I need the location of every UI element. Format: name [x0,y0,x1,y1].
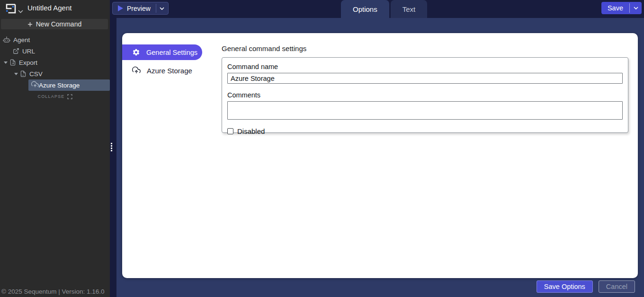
drag-handle-icon[interactable] [111,143,112,151]
plus-icon [27,22,33,27]
sidebar-splitter[interactable] [110,0,116,297]
tab-options[interactable]: Options [341,0,389,18]
sidebar-header: Untitled Agent [0,0,110,17]
collapse-tree-button[interactable]: COLLAPSE [0,92,110,101]
play-icon [118,5,123,11]
command-tree: Agent URL Exp [0,34,110,101]
tree-item-export[interactable]: Export [0,57,110,68]
form-heading: General command settings [222,44,306,52]
tree-item-csv[interactable]: csv CSV [0,68,110,79]
panel-nav-azure-storage[interactable]: Azure Storage [122,63,202,78]
cloud-upload-icon [132,66,141,75]
file-export-icon [9,59,16,66]
panel-nav-label: General Settings [146,49,197,56]
new-command-button[interactable]: New Command [1,19,108,29]
cloud-upload-icon [31,81,39,90]
panel-nav-label: Azure Storage [147,67,192,75]
agent-menu-chevron-icon[interactable] [18,7,23,15]
save-options-button[interactable]: Save Options [537,280,593,293]
gear-icon [132,48,140,56]
collapse-label: COLLAPSE [37,94,64,99]
sequentum-logo-icon [4,2,17,17]
save-split-button[interactable]: Save [601,2,642,14]
tree-item-agent[interactable]: Agent [0,34,110,45]
collapse-icon [67,94,72,99]
caret-down-icon[interactable] [3,60,8,65]
comments-textarea[interactable] [227,101,623,120]
robot-icon [3,36,10,44]
tree-item-label: Azure Storage [39,82,80,89]
tree-item-url[interactable]: URL [0,45,110,57]
save-button[interactable]: Save [601,2,629,14]
version-footer: © 2025 Sequentum | Version: 1.16.0 [1,288,105,295]
preview-split-button[interactable]: Preview [112,2,169,15]
disabled-label: Disabled [237,127,265,135]
tree-item-label: URL [22,48,35,55]
tree-item-azure-storage-selected[interactable]: Azure Storage [28,79,110,91]
tree-item-label: Agent [13,36,30,44]
tree-item-label: Export [19,59,37,66]
preview-button[interactable]: Preview [113,2,156,14]
command-name-label: Command name [227,63,623,70]
comments-label: Comments [227,91,623,99]
external-link-icon [13,48,19,54]
save-dropdown-button[interactable] [630,2,642,14]
preview-dropdown-button[interactable] [156,2,168,14]
caret-down-icon[interactable] [14,71,18,76]
agent-title: Untitled Agent [27,4,72,12]
sidebar: Untitled Agent New Command Agent [0,0,110,297]
preview-label: Preview [127,5,151,12]
file-csv-icon: csv [20,70,27,77]
bottom-actions: Save Options Cancel [537,280,635,293]
new-command-label: New Command [36,20,81,28]
disabled-checkbox[interactable] [227,128,233,134]
tab-bar: Options Text [341,0,427,18]
general-settings-fieldset: Command name Comments Disabled [222,57,628,133]
cancel-button[interactable]: Cancel [599,280,635,293]
options-panel: General Settings Azure Storage General c… [122,33,638,278]
svg-text:csv: csv [22,74,25,76]
tab-text[interactable]: Text [391,0,428,18]
tree-item-label: CSV [29,70,43,78]
panel-nav-general-settings[interactable]: General Settings [122,44,202,60]
command-name-input[interactable] [227,73,623,84]
